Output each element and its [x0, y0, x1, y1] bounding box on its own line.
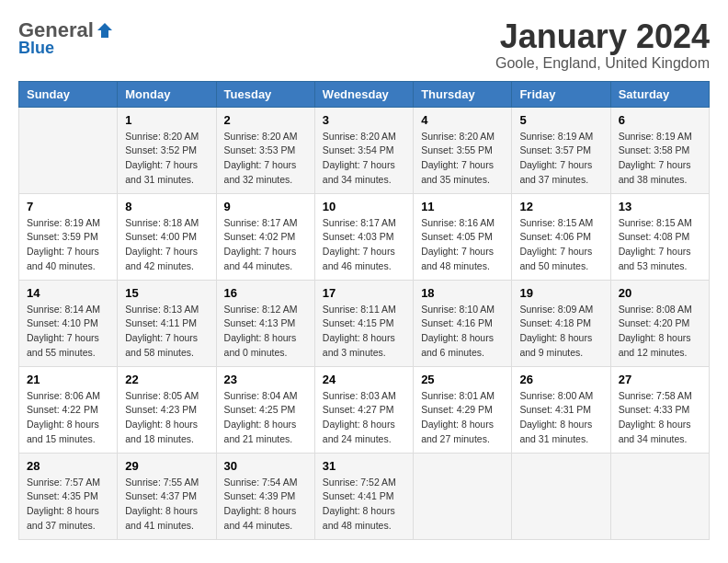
day-info: Sunrise: 8:19 AMSunset: 3:57 PMDaylight:…: [519, 130, 602, 188]
page-header: General Blue January 2024 Goole, England…: [18, 18, 710, 72]
calendar-cell: 28Sunrise: 7:57 AMSunset: 4:35 PMDayligh…: [19, 453, 118, 539]
day-info: Sunrise: 8:06 AMSunset: 4:22 PMDaylight:…: [27, 389, 109, 447]
calendar-cell: 26Sunrise: 8:00 AMSunset: 4:31 PMDayligh…: [512, 366, 610, 453]
day-info: Sunrise: 8:14 AMSunset: 4:10 PMDaylight:…: [27, 303, 109, 361]
calendar-cell: 22Sunrise: 8:05 AMSunset: 4:23 PMDayligh…: [118, 366, 216, 453]
day-number: 17: [323, 286, 405, 300]
day-number: 29: [125, 459, 208, 473]
calendar-cell: 18Sunrise: 8:10 AMSunset: 4:16 PMDayligh…: [414, 280, 512, 366]
day-info: Sunrise: 8:03 AMSunset: 4:27 PMDaylight:…: [323, 389, 405, 447]
svg-marker-0: [97, 23, 112, 38]
day-info: Sunrise: 8:11 AMSunset: 4:15 PMDaylight:…: [323, 303, 405, 361]
calendar-cell: 24Sunrise: 8:03 AMSunset: 4:27 PMDayligh…: [314, 366, 413, 453]
weekday-header-thursday: Thursday: [414, 81, 512, 107]
day-number: 26: [519, 373, 602, 386]
day-number: 20: [619, 286, 701, 300]
day-number: 9: [224, 200, 307, 213]
calendar-cell: [414, 453, 512, 539]
day-number: 15: [125, 286, 208, 300]
calendar-cell: 1Sunrise: 8:20 AMSunset: 3:52 PMDaylight…: [118, 107, 216, 193]
calendar-cell: 14Sunrise: 8:14 AMSunset: 4:10 PMDayligh…: [19, 280, 118, 366]
day-info: Sunrise: 8:01 AMSunset: 4:29 PMDaylight:…: [421, 389, 504, 447]
day-number: 16: [224, 286, 307, 300]
calendar-cell: 6Sunrise: 8:19 AMSunset: 3:58 PMDaylight…: [610, 107, 709, 193]
weekday-header-wednesday: Wednesday: [314, 81, 413, 107]
day-number: 21: [27, 373, 109, 386]
day-info: Sunrise: 8:19 AMSunset: 3:59 PMDaylight:…: [27, 216, 109, 274]
day-number: 5: [519, 113, 602, 127]
day-info: Sunrise: 8:17 AMSunset: 4:03 PMDaylight:…: [323, 216, 405, 274]
day-info: Sunrise: 8:05 AMSunset: 4:23 PMDaylight:…: [125, 389, 208, 447]
calendar-cell: 23Sunrise: 8:04 AMSunset: 4:25 PMDayligh…: [216, 366, 314, 453]
week-row-3: 14Sunrise: 8:14 AMSunset: 4:10 PMDayligh…: [19, 280, 710, 366]
week-row-2: 7Sunrise: 8:19 AMSunset: 3:59 PMDaylight…: [19, 193, 710, 280]
month-title: January 2024: [495, 18, 710, 55]
day-number: 24: [323, 373, 405, 386]
day-info: Sunrise: 8:17 AMSunset: 4:02 PMDaylight:…: [224, 216, 307, 274]
day-info: Sunrise: 7:52 AMSunset: 4:41 PMDaylight:…: [323, 476, 405, 534]
day-info: Sunrise: 8:20 AMSunset: 3:55 PMDaylight:…: [421, 130, 504, 188]
day-info: Sunrise: 8:15 AMSunset: 4:06 PMDaylight:…: [519, 216, 602, 274]
day-info: Sunrise: 7:54 AMSunset: 4:39 PMDaylight:…: [224, 476, 307, 534]
day-info: Sunrise: 8:20 AMSunset: 3:54 PMDaylight:…: [323, 130, 405, 188]
day-info: Sunrise: 8:08 AMSunset: 4:20 PMDaylight:…: [619, 303, 701, 361]
day-number: 23: [224, 373, 307, 386]
day-number: 12: [519, 200, 602, 213]
day-number: 25: [421, 373, 504, 386]
calendar-cell: 15Sunrise: 8:13 AMSunset: 4:11 PMDayligh…: [118, 280, 216, 366]
day-number: 18: [421, 286, 504, 300]
day-info: Sunrise: 7:55 AMSunset: 4:37 PMDaylight:…: [125, 476, 208, 534]
day-number: 7: [27, 200, 109, 213]
calendar-cell: 13Sunrise: 8:15 AMSunset: 4:08 PMDayligh…: [610, 193, 709, 280]
title-block: January 2024 Goole, England, United King…: [495, 18, 710, 72]
weekday-header-tuesday: Tuesday: [216, 81, 314, 107]
day-info: Sunrise: 8:15 AMSunset: 4:08 PMDaylight:…: [619, 216, 701, 274]
day-info: Sunrise: 8:13 AMSunset: 4:11 PMDaylight:…: [125, 303, 208, 361]
calendar-cell: 20Sunrise: 8:08 AMSunset: 4:20 PMDayligh…: [610, 280, 709, 366]
calendar-cell: 17Sunrise: 8:11 AMSunset: 4:15 PMDayligh…: [314, 280, 413, 366]
day-info: Sunrise: 8:19 AMSunset: 3:58 PMDaylight:…: [619, 130, 701, 188]
week-row-4: 21Sunrise: 8:06 AMSunset: 4:22 PMDayligh…: [19, 366, 710, 453]
day-number: 8: [125, 200, 208, 213]
day-number: 4: [421, 113, 504, 127]
day-number: 13: [619, 200, 701, 213]
calendar-cell: 16Sunrise: 8:12 AMSunset: 4:13 PMDayligh…: [216, 280, 314, 366]
day-info: Sunrise: 8:09 AMSunset: 4:18 PMDaylight:…: [519, 303, 602, 361]
day-number: 28: [27, 459, 109, 473]
calendar-cell: 30Sunrise: 7:54 AMSunset: 4:39 PMDayligh…: [216, 453, 314, 539]
calendar-cell: 29Sunrise: 7:55 AMSunset: 4:37 PMDayligh…: [118, 453, 216, 539]
calendar-cell: 12Sunrise: 8:15 AMSunset: 4:06 PMDayligh…: [512, 193, 610, 280]
calendar-cell: 5Sunrise: 8:19 AMSunset: 3:57 PMDaylight…: [512, 107, 610, 193]
day-info: Sunrise: 8:20 AMSunset: 3:52 PMDaylight:…: [125, 130, 208, 188]
day-number: 3: [323, 113, 405, 127]
day-number: 14: [27, 286, 109, 300]
day-number: 30: [224, 459, 307, 473]
day-number: 10: [323, 200, 405, 213]
calendar-cell: 3Sunrise: 8:20 AMSunset: 3:54 PMDaylight…: [314, 107, 413, 193]
calendar-cell: [512, 453, 610, 539]
calendar-cell: 9Sunrise: 8:17 AMSunset: 4:02 PMDaylight…: [216, 193, 314, 280]
calendar-cell: 2Sunrise: 8:20 AMSunset: 3:53 PMDaylight…: [216, 107, 314, 193]
logo-blue-text: Blue: [18, 39, 54, 58]
day-info: Sunrise: 8:20 AMSunset: 3:53 PMDaylight:…: [224, 130, 307, 188]
day-number: 11: [421, 200, 504, 213]
location: Goole, England, United Kingdom: [495, 55, 710, 72]
calendar-cell: 19Sunrise: 8:09 AMSunset: 4:18 PMDayligh…: [512, 280, 610, 366]
calendar-cell: 4Sunrise: 8:20 AMSunset: 3:55 PMDaylight…: [414, 107, 512, 193]
calendar-cell: 27Sunrise: 7:58 AMSunset: 4:33 PMDayligh…: [610, 366, 709, 453]
day-number: 31: [323, 459, 405, 473]
calendar-cell: [610, 453, 709, 539]
day-number: 27: [619, 373, 701, 386]
day-info: Sunrise: 8:16 AMSunset: 4:05 PMDaylight:…: [421, 216, 504, 274]
day-info: Sunrise: 8:12 AMSunset: 4:13 PMDaylight:…: [224, 303, 307, 361]
calendar-cell: 8Sunrise: 8:18 AMSunset: 4:00 PMDaylight…: [118, 193, 216, 280]
day-number: 19: [519, 286, 602, 300]
weekday-header-row: SundayMondayTuesdayWednesdayThursdayFrid…: [19, 81, 710, 107]
calendar-cell: 21Sunrise: 8:06 AMSunset: 4:22 PMDayligh…: [19, 366, 118, 453]
day-info: Sunrise: 8:10 AMSunset: 4:16 PMDaylight:…: [421, 303, 504, 361]
calendar-cell: 31Sunrise: 7:52 AMSunset: 4:41 PMDayligh…: [314, 453, 413, 539]
weekday-header-monday: Monday: [118, 81, 216, 107]
calendar-table: SundayMondayTuesdayWednesdayThursdayFrid…: [18, 81, 710, 540]
logo-icon: [96, 21, 114, 40]
day-info: Sunrise: 7:58 AMSunset: 4:33 PMDaylight:…: [619, 389, 701, 447]
